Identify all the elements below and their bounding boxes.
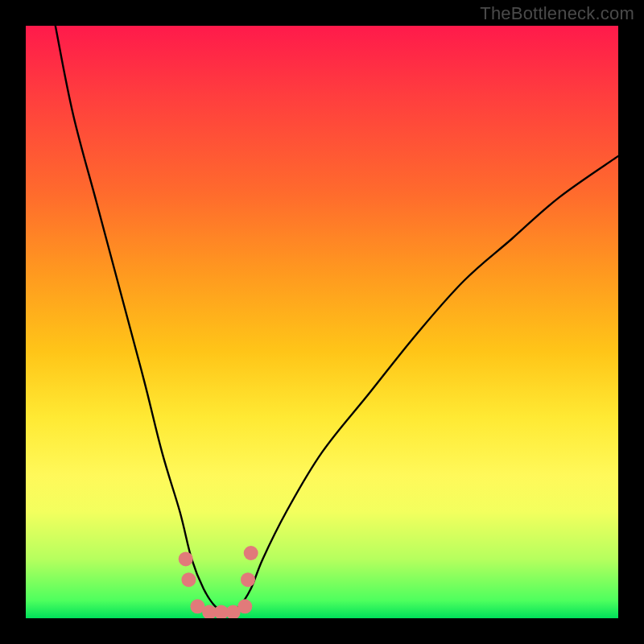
watermark-text: TheBottleneck.com (480, 3, 634, 24)
marker-dot (241, 572, 255, 587)
curve-svg (26, 26, 618, 618)
bottleneck-curve (56, 26, 618, 613)
plot-area (26, 26, 618, 618)
chart-frame: TheBottleneck.com (0, 0, 644, 644)
marker-dot (179, 551, 193, 566)
marker-dot (244, 546, 258, 560)
marker-dot (181, 572, 196, 587)
marker-dot (237, 599, 252, 613)
emphasis-markers (179, 546, 258, 618)
